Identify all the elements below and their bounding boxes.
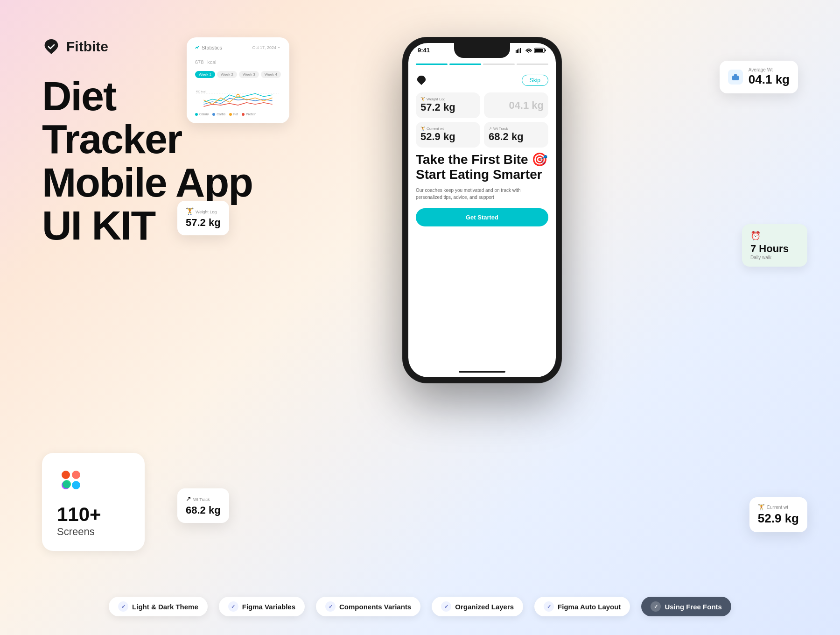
svg-point-4 [63,480,71,488]
feature-check-icon-4: ✓ [441,601,451,612]
svg-rect-17 [545,49,546,51]
phone-description: Our coaches keep you motivated and on tr… [416,187,548,201]
stats-tab-week4[interactable]: Week 4 [261,71,281,78]
features-bar: ✓ Light & Dark Theme ✓ Figma Variables ✓… [0,597,840,616]
phone-frame: 9:41 Skip [403,37,561,383]
stats-tab-week2[interactable]: Week 2 [217,71,237,78]
svg-rect-13 [520,48,521,53]
svg-rect-10 [516,50,517,53]
phone-cards-row-1: 🏋️ Weight Log 57.2 kg 04.1 kg [416,92,548,118]
svg-rect-16 [535,49,543,52]
svg-text:450 kcal: 450 kcal [196,90,206,93]
stats-chart: 450 kcal [195,82,281,110]
headline-line3: Mobile App [42,161,252,204]
progress-bars [416,64,548,65]
weight-log-value: 57.2 kg [186,217,221,229]
phone-weight-log-value: 57.2 kg [420,101,476,113]
feature-label-figma-variables: Figma Variables [242,603,295,611]
current-wt-label: 🏋️Current wt [758,504,799,510]
feature-label-free-fonts: Using Free Fonts [665,603,722,611]
skip-button[interactable]: Skip [522,75,548,86]
wt-track-icon: ↗ Wt Track [186,495,221,502]
hours-card: ⏰ 7 Hours Daily walk [742,224,807,267]
weight-icon: 🏋️ [758,504,765,510]
feature-check-icon-3: ✓ [325,601,336,612]
svg-rect-8 [732,76,739,80]
svg-rect-12 [518,49,519,53]
svg-rect-11 [517,49,518,53]
feature-badge-organized-layers: ✓ Organized Layers [432,597,523,616]
headline-line2: Tracker [42,118,252,161]
phone-current-wt-label: 🏋️ Current wt [420,127,476,131]
phone-mockup: 9:41 Skip [393,28,571,392]
screens-count: 110+ [57,503,130,526]
phone-wt-track-card: ↗ Wt Track 68.2 kg [484,122,548,148]
phone-screen: 9:41 Skip [408,43,556,377]
feature-badge-light-dark: ✓ Light & Dark Theme [109,597,208,616]
current-wt-value: 52.9 kg [758,511,799,526]
screens-label: Screens [57,526,130,538]
logo-area: Fitbite [42,37,108,56]
phone-current-wt-card: 🏋️ Current wt 52.9 kg [416,122,480,148]
current-wt-card: 🏋️Current wt 52.9 kg [749,497,807,532]
feature-badge-components: ✓ Components Variants [316,597,420,616]
stats-legend: Calory Carbs Fat Protein [195,113,281,116]
feature-label-auto-layout: Figma Auto Layout [558,603,621,611]
logo-text: Fitbite [66,39,108,55]
phone-avg-wt-value: 04.1 kg [509,99,544,112]
svg-point-7 [237,94,239,97]
hours-label: Daily walk [750,255,799,260]
phone-weight-log-card: 🏋️ Weight Log 57.2 kg [416,92,480,118]
status-bar: 9:41 [408,47,556,54]
feature-check-icon-5: ✓ [544,601,554,612]
phone-avg-wt-card: 04.1 kg [484,92,548,118]
feature-badge-figma-variables: ✓ Figma Variables [219,597,305,616]
avg-wt-label: Average Wt [749,67,790,72]
figma-icon [57,466,85,494]
svg-rect-1 [72,471,80,479]
phone-logo [416,75,427,86]
feature-label-organized-layers: Organized Layers [455,603,514,611]
status-time: 9:41 [418,47,430,54]
phone-current-wt-value: 52.9 kg [420,131,476,143]
feature-check-icon: ✓ [118,601,128,612]
feature-label-components: Components Variants [339,603,411,611]
phone-cards-row-2: 🏋️ Current wt 52.9 kg ↗ Wt Track 68.2 kg [416,122,548,148]
progress-bar-4 [517,64,548,65]
progress-bar-1 [416,64,448,65]
progress-bar-3 [483,64,515,65]
feature-badge-free-fonts: ✓ Using Free Fonts [641,597,731,616]
weight-log-icon: 🏋️ Weight Log [186,207,221,215]
phone-cta-button[interactable]: Get Started [416,208,548,226]
phone-content: Skip 🏋️ Weight Log 57.2 kg 04.1 kg 🏋️ Cu… [408,69,556,377]
phone-headline: Take the First Bite 🎯 Start Eating Smart… [416,152,548,182]
stats-date: Oct 17, 2024 [252,45,281,50]
wt-track-card: ↗ Wt Track 68.2 kg [177,488,229,523]
stats-title: Statistics [195,45,222,50]
avg-wt-card: Average Wt 04.1 kg [720,61,798,93]
feature-check-icon-2: ✓ [228,601,238,612]
stats-kcal: 678 kcal [195,52,281,67]
phone-header: Skip [416,75,548,86]
status-icons [516,48,546,53]
feature-check-icon-6: ✓ [651,601,661,612]
svg-point-14 [528,52,529,53]
stats-widget: Statistics Oct 17, 2024 678 kcal Week 1 … [187,37,289,123]
svg-rect-9 [734,74,737,76]
phone-wt-track-value: 68.2 kg [489,131,544,143]
avg-wt-value: 04.1 kg [749,72,790,87]
phone-weight-log-label: 🏋️ Weight Log [420,97,476,101]
wt-track-value: 68.2 kg [186,504,221,516]
logo-icon [42,37,61,56]
svg-rect-0 [62,471,70,479]
avg-wt-icon [728,70,743,85]
hours-value: 7 Hours [750,243,799,255]
stats-tabs: Week 1 Week 2 Week 3 Week 4 [195,71,281,78]
clock-icon: ⏰ [750,231,799,241]
progress-bar-2 [449,64,481,65]
phone-home-indicator [459,371,505,373]
screens-badge: 110+ Screens [42,453,145,551]
stats-tab-week1[interactable]: Week 1 [195,71,215,78]
feature-badge-auto-layout: ✓ Figma Auto Layout [534,597,630,616]
stats-tab-week3[interactable]: Week 3 [239,71,259,78]
